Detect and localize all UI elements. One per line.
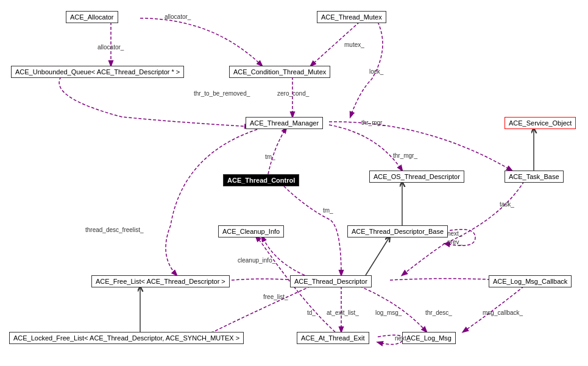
node-ace-locked-free-list: ACE_Locked_Free_List< ACE_Thread_Descrip…	[9, 332, 244, 344]
node-ace-cleanup-info: ACE_Cleanup_Info	[218, 225, 284, 238]
edge-label-td: td_	[307, 309, 316, 316]
edge-label-allocator-1: allocator_	[165, 13, 191, 20]
node-ace-allocator: ACE_Allocator	[66, 11, 118, 23]
edge-label-lock: lock_	[369, 68, 383, 75]
node-ace-os-thread-descriptor: ACE_OS_Thread_Descriptor	[369, 171, 464, 183]
edge-label-prev: prev_	[447, 239, 462, 245]
edge-label-next-1: next_	[447, 230, 462, 237]
node-ace-service-object: ACE_Service_Object	[505, 117, 576, 129]
node-ace-unbounded-queue: ACE_Unbounded_Queue< ACE_Thread_Descript…	[11, 66, 184, 78]
node-ace-log-msg: ACE_Log_Msg	[402, 332, 456, 344]
edge-label-at-exit-list: at_exit_list_	[327, 309, 359, 316]
edge-label-mutex: mutex_	[344, 41, 364, 48]
edge-label-tm-1: tm_	[265, 153, 275, 160]
edge-label-thr-desc: thr_desc_	[425, 309, 452, 316]
edge-label-allocator-2: allocator_	[97, 44, 124, 51]
edge-label-thr-mgr-1: thr_mgr_	[361, 119, 386, 126]
edge-label-thr-to-be-removed: thr_to_be_removed_	[194, 90, 250, 97]
edge-label-msg-callback: msg_callback_	[483, 309, 523, 316]
edge-label-free-list: free_list_	[263, 294, 288, 300]
node-ace-thread-descriptor: ACE_Thread_Descriptor	[290, 275, 372, 287]
node-ace-thread-manager: ACE_Thread_Manager	[246, 117, 323, 129]
edge-label-cleanup-info: cleanup_info_	[238, 257, 275, 264]
edge-label-thread-desc-freelist: thread_desc_freelist_	[85, 227, 144, 233]
edge-label-tm-2: tm_	[323, 207, 333, 214]
node-ace-thread-descriptor-base: ACE_Thread_Descriptor_Base	[347, 225, 448, 238]
node-ace-thread-mutex: ACE_Thread_Mutex	[317, 11, 386, 23]
diagram-container: ACE_Allocator ACE_Thread_Mutex ACE_Unbou…	[0, 0, 588, 366]
edge-label-log-msg-1: log_msg_	[375, 309, 402, 316]
node-ace-at-thread-exit: ACE_At_Thread_Exit	[297, 332, 369, 344]
edge-label-task: task_	[500, 201, 514, 208]
node-ace-thread-control: ACE_Thread_Control	[223, 174, 299, 186]
edge-label-next-2: next_	[395, 335, 409, 342]
svg-line-5	[366, 236, 390, 275]
node-ace-log-msg-callback: ACE_Log_Msg_Callback	[489, 275, 572, 287]
node-ace-condition-thread-mutex: ACE_Condition_Thread_Mutex	[229, 66, 330, 78]
edge-label-zero-cond: zero_cond_	[277, 90, 309, 97]
node-ace-task-base: ACE_Task_Base	[505, 171, 564, 183]
edge-label-thr-mgr-2: thr_mgr_	[393, 152, 417, 159]
node-ace-free-list: ACE_Free_List< ACE_Thread_Descriptor >	[91, 275, 230, 287]
